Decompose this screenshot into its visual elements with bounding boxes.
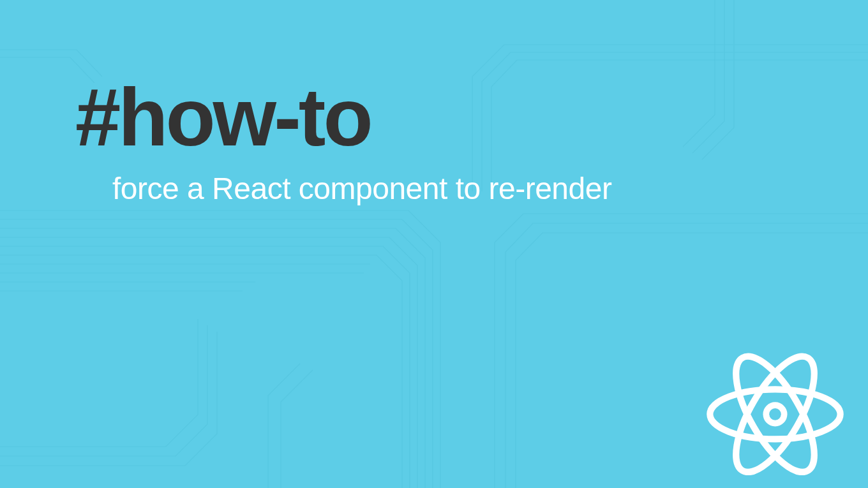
hashtag-heading: #how-to: [75, 77, 611, 158]
react-logo-icon: [707, 351, 844, 475]
svg-point-1: [769, 408, 781, 420]
hero-content: #how-to force a React component to re-re…: [75, 77, 611, 206]
subtitle-text: force a React component to re-render: [112, 171, 611, 206]
